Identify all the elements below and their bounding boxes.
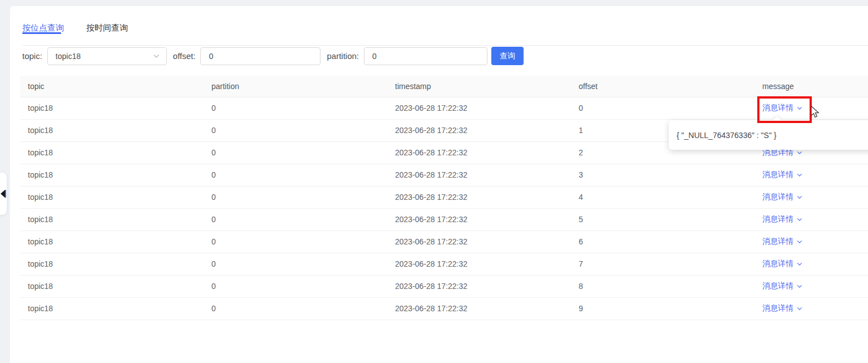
cell-partition: 0 bbox=[204, 164, 387, 186]
message-detail-popup: { "_NULL_764376336" : "S" } bbox=[669, 120, 868, 150]
message-detail-link[interactable]: 消息详情 bbox=[762, 259, 802, 268]
query-button[interactable]: 查询 bbox=[491, 47, 524, 65]
cell-timestamp: 2023-06-28 17:22:32 bbox=[387, 141, 571, 164]
cell-topic: topic18 bbox=[20, 119, 204, 141]
query-form: topic: topic18 offset: partition: 查询 bbox=[22, 47, 524, 65]
cell-timestamp: 2023-06-28 17:22:32 bbox=[387, 164, 571, 186]
cell-offset: 9 bbox=[571, 297, 754, 320]
cell-message: 消息详情 bbox=[754, 186, 868, 208]
cell-topic: topic18 bbox=[20, 141, 204, 164]
cell-partition: 0 bbox=[204, 230, 387, 253]
column-header: topic bbox=[20, 76, 204, 97]
cell-timestamp: 2023-06-28 17:22:32 bbox=[387, 186, 571, 208]
chevron-down-icon bbox=[797, 106, 802, 110]
collapse-accent-bar bbox=[5, 190, 6, 198]
partition-input[interactable] bbox=[364, 47, 487, 65]
cell-offset: 7 bbox=[571, 253, 754, 275]
chevron-down-icon bbox=[797, 284, 802, 288]
cell-offset: 5 bbox=[571, 208, 754, 230]
message-detail-label: 消息详情 bbox=[762, 281, 793, 290]
chevron-down-icon bbox=[797, 240, 802, 244]
table-row: topic18 0 2023-06-28 17:22:32 0 消息详情 bbox=[20, 97, 868, 119]
table-row: topic18 0 2023-06-28 17:22:32 6 消息详情 bbox=[20, 230, 868, 253]
cell-message: 消息详情 bbox=[754, 208, 868, 230]
tab-query-by-time[interactable]: 按时间查询 bbox=[86, 23, 128, 33]
topic-select[interactable]: topic18 bbox=[47, 47, 167, 65]
message-detail-label: 消息详情 bbox=[762, 259, 793, 268]
cell-message: 消息详情 bbox=[754, 253, 868, 275]
cell-topic: topic18 bbox=[20, 97, 204, 119]
message-detail-link[interactable]: 消息详情 bbox=[762, 170, 802, 179]
offset-label: offset: bbox=[173, 51, 196, 61]
chevron-down-icon bbox=[797, 218, 802, 222]
cell-timestamp: 2023-06-28 17:22:32 bbox=[387, 297, 571, 320]
message-detail-link[interactable]: 消息详情 bbox=[762, 214, 802, 223]
message-detail-label: 消息详情 bbox=[762, 237, 793, 246]
message-detail-link[interactable]: 消息详情 bbox=[762, 237, 802, 246]
chevron-down-icon bbox=[797, 262, 802, 266]
tab-label: 按位点查询 bbox=[22, 23, 64, 32]
table-row: topic18 0 2023-06-28 17:22:32 4 消息详情 bbox=[20, 186, 868, 208]
cell-partition: 0 bbox=[204, 119, 387, 141]
table-row: topic18 0 2023-06-28 17:22:32 3 消息详情 bbox=[20, 164, 868, 186]
message-detail-label: 消息详情 bbox=[762, 170, 793, 179]
tab-label: 按时间查询 bbox=[86, 23, 128, 32]
cell-offset: 6 bbox=[571, 230, 754, 253]
table-header-row: topicpartitiontimestampoffsetmessage bbox=[20, 76, 868, 97]
cell-partition: 0 bbox=[204, 208, 387, 230]
message-detail-label: 消息详情 bbox=[762, 192, 793, 201]
drawer-collapse-handle[interactable] bbox=[0, 173, 7, 215]
cell-partition: 0 bbox=[204, 186, 387, 208]
active-tab-ink-bar bbox=[22, 32, 61, 34]
cell-partition: 0 bbox=[204, 97, 387, 119]
column-header: partition bbox=[204, 76, 387, 97]
chevron-down-icon bbox=[797, 151, 802, 155]
cell-message: 消息详情 bbox=[754, 297, 868, 320]
cell-partition: 0 bbox=[204, 253, 387, 275]
tab-query-by-offset[interactable]: 按位点查询 bbox=[22, 23, 64, 33]
cell-message: 消息详情 bbox=[754, 275, 868, 297]
cell-partition: 0 bbox=[204, 141, 387, 164]
cell-message: 消息详情 bbox=[754, 164, 868, 186]
topic-select-value: topic18 bbox=[56, 52, 153, 61]
partition-label: partition: bbox=[327, 51, 359, 61]
message-detail-link[interactable]: 消息详情 bbox=[762, 281, 802, 290]
table-row: topic18 0 2023-06-28 17:22:32 9 消息详情 bbox=[20, 297, 868, 320]
chevron-down-icon bbox=[797, 173, 802, 177]
cell-topic: topic18 bbox=[20, 164, 204, 186]
column-header: timestamp bbox=[387, 76, 571, 97]
cell-timestamp: 2023-06-28 17:22:32 bbox=[387, 119, 571, 141]
cell-offset: 4 bbox=[571, 186, 754, 208]
content-card: 按位点查询 按时间查询 topic: topic18 offset: parti… bbox=[10, 6, 868, 363]
table-row: topic18 0 2023-06-28 17:22:32 8 消息详情 bbox=[20, 275, 868, 297]
chevron-down-icon bbox=[797, 195, 802, 199]
page: { "tabs": [ { "label": "按位点查询", "active"… bbox=[0, 0, 868, 363]
cell-timestamp: 2023-06-28 17:22:32 bbox=[387, 208, 571, 230]
cell-topic: topic18 bbox=[20, 186, 204, 208]
cell-offset: 3 bbox=[571, 164, 754, 186]
cell-topic: topic18 bbox=[20, 230, 204, 253]
message-detail-link[interactable]: 消息详情 bbox=[762, 192, 802, 201]
message-detail-label: 消息详情 bbox=[762, 103, 793, 112]
tabs-bar: 按位点查询 按时间查询 bbox=[22, 6, 868, 46]
column-header: message bbox=[754, 76, 868, 97]
cell-topic: topic18 bbox=[20, 253, 204, 275]
message-detail-label: 消息详情 bbox=[762, 303, 793, 312]
collapse-left-icon bbox=[1, 190, 5, 198]
cell-message: 消息详情 bbox=[754, 230, 868, 253]
column-header: offset bbox=[571, 76, 754, 97]
chevron-down-icon bbox=[153, 54, 160, 58]
message-detail-link[interactable]: 消息详情 bbox=[762, 103, 802, 112]
cell-offset: 8 bbox=[571, 275, 754, 297]
cell-partition: 0 bbox=[204, 297, 387, 320]
cell-message: 消息详情 bbox=[754, 97, 868, 119]
cell-timestamp: 2023-06-28 17:22:32 bbox=[387, 230, 571, 253]
offset-input[interactable] bbox=[200, 47, 320, 65]
results-table: topicpartitiontimestampoffsetmessage top… bbox=[20, 76, 868, 320]
cell-topic: topic18 bbox=[20, 297, 204, 320]
cell-timestamp: 2023-06-28 17:22:32 bbox=[387, 275, 571, 297]
cell-offset: 0 bbox=[571, 97, 754, 119]
message-detail-label: 消息详情 bbox=[762, 214, 793, 223]
message-detail-link[interactable]: 消息详情 bbox=[762, 303, 802, 312]
message-detail-content: { "_NULL_764376336" : "S" } bbox=[677, 131, 776, 140]
